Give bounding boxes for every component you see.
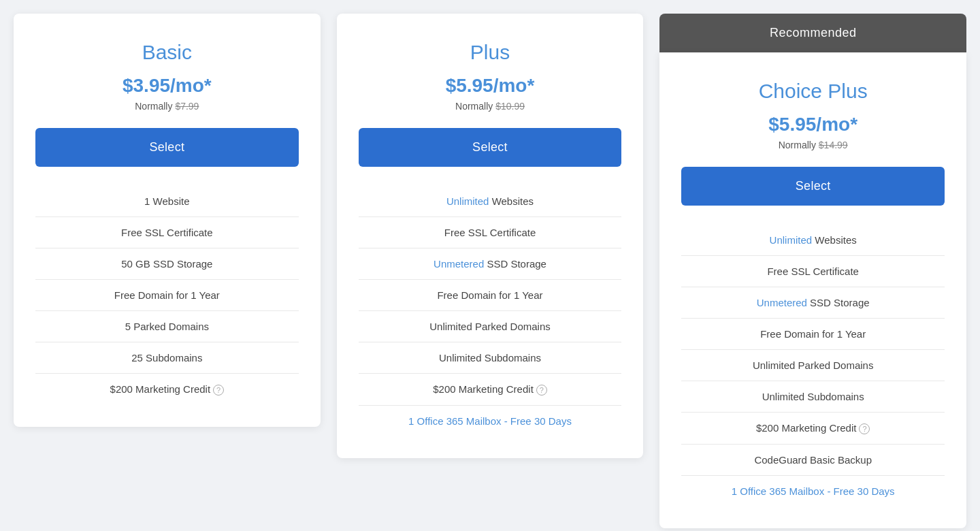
feature-link-choice-plus-8[interactable]: 1 Office 365 Mailbox - Free 30 Days <box>732 485 895 497</box>
feature-item-choice-plus-1: Free SSL Certificate <box>681 256 945 287</box>
feature-item-basic-4: 5 Parked Domains <box>35 311 299 342</box>
feature-item-choice-plus-2: Unmetered SSD Storage <box>681 287 945 319</box>
feature-item-basic-3: Free Domain for 1 Year <box>35 280 299 311</box>
select-button-choice-plus[interactable]: Select <box>681 167 945 206</box>
feature-item-plus-5: Unlimited Subdomains <box>359 342 622 374</box>
feature-item-plus-6: $200 Marketing Credit? <box>359 374 622 406</box>
feature-item-choice-plus-8: 1 Office 365 Mailbox - Free 30 Days <box>681 476 945 506</box>
feature-item-basic-2: 50 GB SSD Storage <box>35 248 299 280</box>
feature-item-choice-plus-3: Free Domain for 1 Year <box>681 319 945 350</box>
plan-normal-price-basic: Normally $7.99 <box>35 101 299 112</box>
feature-item-choice-plus-7: CodeGuard Basic Backup <box>681 445 945 476</box>
feature-highlight-plus-0: Unlimited <box>446 195 489 207</box>
feature-item-plus-3: Free Domain for 1 Year <box>359 280 622 311</box>
select-button-basic[interactable]: Select <box>35 128 299 167</box>
plan-wrapper-basic: Basic$3.95/mo*Normally $7.99Select1 Webs… <box>14 14 321 427</box>
feature-item-choice-plus-4: Unlimited Parked Domains <box>681 350 945 381</box>
feature-item-basic-1: Free SSL Certificate <box>35 217 299 248</box>
plan-title-basic: Basic <box>35 41 299 64</box>
feature-item-choice-plus-6: $200 Marketing Credit? <box>681 413 945 445</box>
feature-highlight-choice-plus-0: Unlimited <box>770 234 813 246</box>
plan-price-choice-plus: $5.95/mo* <box>681 114 945 135</box>
plan-normal-price-plus: Normally $10.99 <box>359 101 622 112</box>
plan-price-plus: $5.95/mo* <box>359 75 622 97</box>
feature-item-basic-5: 25 Subdomains <box>35 342 299 374</box>
recommended-banner: Recommended <box>659 14 966 52</box>
feature-highlight-plus-2: Unmetered <box>434 258 484 270</box>
plan-card-plus: Plus$5.95/mo*Normally $10.99SelectUnlimi… <box>337 14 644 458</box>
feature-list-basic: 1 WebsiteFree SSL Certificate50 GB SSD S… <box>35 186 299 405</box>
feature-item-choice-plus-0: Unlimited Websites <box>681 225 945 256</box>
feature-item-plus-0: Unlimited Websites <box>359 186 622 217</box>
feature-list-choice-plus: Unlimited WebsitesFree SSL CertificateUn… <box>681 225 945 506</box>
plan-card-choice-plus: Choice Plus$5.95/mo*Normally $14.99Selec… <box>659 52 966 528</box>
feature-item-basic-0: 1 Website <box>35 186 299 217</box>
plan-card-basic: Basic$3.95/mo*Normally $7.99Select1 Webs… <box>14 14 321 427</box>
feature-list-plus: Unlimited WebsitesFree SSL CertificateUn… <box>359 186 622 436</box>
feature-item-plus-2: Unmetered SSD Storage <box>359 248 622 280</box>
feature-item-choice-plus-5: Unlimited Subdomains <box>681 381 945 413</box>
plan-wrapper-plus: Plus$5.95/mo*Normally $10.99SelectUnlimi… <box>337 14 644 458</box>
plan-price-basic: $3.95/mo* <box>35 75 299 97</box>
info-icon-choice-plus-6: ? <box>859 423 870 434</box>
feature-item-plus-7: 1 Office 365 Mailbox - Free 30 Days <box>359 406 622 436</box>
feature-link-plus-7[interactable]: 1 Office 365 Mailbox - Free 30 Days <box>408 415 572 427</box>
plan-wrapper-choice-plus: RecommendedChoice Plus$5.95/mo*Normally … <box>659 14 966 528</box>
feature-item-basic-6: $200 Marketing Credit? <box>35 374 299 405</box>
plan-title-plus: Plus <box>359 41 622 64</box>
plans-container: Basic$3.95/mo*Normally $7.99Select1 Webs… <box>14 14 966 528</box>
info-icon-basic-6: ? <box>213 385 224 396</box>
select-button-plus[interactable]: Select <box>359 128 622 167</box>
feature-highlight-choice-plus-2: Unmetered <box>757 297 807 308</box>
feature-item-plus-4: Unlimited Parked Domains <box>359 311 622 342</box>
plan-normal-price-choice-plus: Normally $14.99 <box>681 140 945 150</box>
feature-item-plus-1: Free SSL Certificate <box>359 217 622 248</box>
info-icon-plus-6: ? <box>536 385 547 396</box>
plan-title-choice-plus: Choice Plus <box>681 80 945 103</box>
